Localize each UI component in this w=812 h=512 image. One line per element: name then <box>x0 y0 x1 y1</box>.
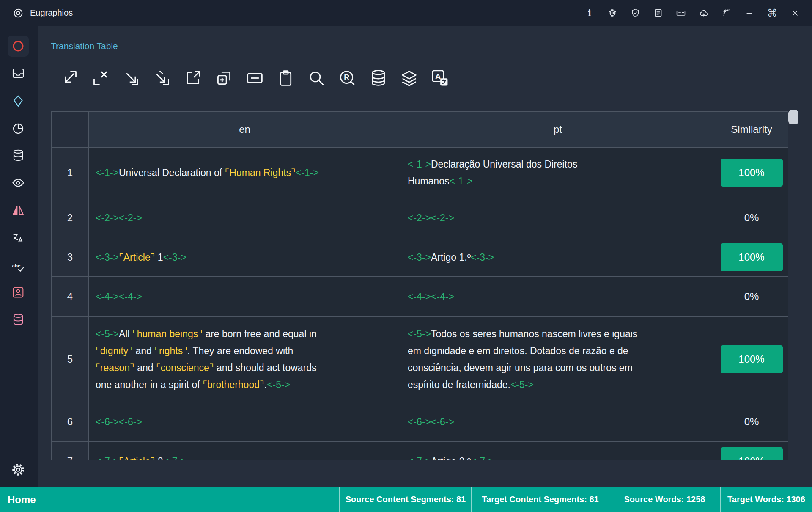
database-icon[interactable] <box>11 148 26 163</box>
minimize-button[interactable] <box>744 8 754 18</box>
regex-search-icon[interactable]: R <box>337 68 357 88</box>
statusbar-stats: Source Content Segments: 81 Target Conte… <box>339 487 812 512</box>
term-highlight: ⌜Article⌝ <box>119 252 155 263</box>
database-alt-icon[interactable] <box>11 312 26 327</box>
target-segment-cell[interactable]: <-6-><-6-> <box>401 402 715 441</box>
clipboard-icon[interactable] <box>276 68 295 88</box>
layers-icon[interactable] <box>399 68 419 88</box>
database-icon[interactable] <box>368 68 388 88</box>
signal-icon[interactable] <box>721 8 732 18</box>
similarity-cell: 0% <box>715 402 788 441</box>
import-target-icon[interactable] <box>121 68 141 88</box>
segment-tag: <-6-><-6-> <box>96 416 142 427</box>
segment-content: <-4-><-4-> <box>408 288 454 305</box>
source-segment-cell[interactable]: <-3->⌜Article⌝ 1<-3-> <box>89 238 401 276</box>
segment-tag: <-5-> <box>267 379 290 390</box>
segment-text: em dignidade e em direitos. Dotados de r… <box>408 345 628 356</box>
source-segment-cell[interactable]: <-6-><-6-> <box>89 402 401 441</box>
target-words-stat: Target Words: 1306 <box>720 487 812 512</box>
source-segment-cell[interactable]: <-1->Universal Declaration of ⌜Human Rig… <box>89 148 401 198</box>
similarity-value: 0% <box>744 291 759 303</box>
target-segment-cell[interactable]: <-4-><-4-> <box>401 277 715 316</box>
segment-tag: <-7-> <box>471 456 494 460</box>
segment-text: 1 <box>155 252 163 263</box>
segment-tag: <-2-><-2-> <box>96 212 142 223</box>
form-icon[interactable] <box>653 8 663 18</box>
target-segment-cell[interactable]: <-5->Todos os seres humanos nascem livre… <box>401 317 715 402</box>
import-segment-icon[interactable] <box>60 68 79 88</box>
row-number-cell[interactable]: 7 <box>52 442 88 460</box>
row-number-cell[interactable]: 2 <box>52 198 88 238</box>
segment-content: <-7->Artigo 2.º<-7-> <box>408 453 494 460</box>
segment-text: Declaração Universal dos Direitos <box>431 159 577 170</box>
cloud-upload-icon[interactable] <box>699 8 709 18</box>
keyboard-icon[interactable] <box>676 8 686 18</box>
segment-text: Artigo 1.º <box>431 252 471 263</box>
corner-header-cell <box>52 112 88 147</box>
segment-text: Artigo 2.º <box>431 456 471 460</box>
source-segment-cell[interactable]: <-5->All ⌜human beings⌝ are born free an… <box>89 317 401 402</box>
translate-tool-icon[interactable]: A <box>430 68 450 88</box>
app-brand: Eugraphios <box>13 8 73 19</box>
spellcheck-icon[interactable]: abc <box>11 259 26 275</box>
translation-table: en pt Similarity 1<-1->Universal Declara… <box>51 111 788 460</box>
translate-icon[interactable] <box>11 231 26 246</box>
command-icon[interactable]: ⌘ <box>767 8 777 18</box>
segment-tag: <-3-> <box>471 252 494 263</box>
shield-check-icon[interactable] <box>630 8 640 18</box>
vertical-scrollbar-thumb[interactable] <box>788 110 798 124</box>
segment-content: <-5->Todos os seres humanos nascem livre… <box>408 325 637 393</box>
inbox-icon[interactable] <box>11 66 26 81</box>
copy-add-icon[interactable] <box>214 68 233 88</box>
term-highlight: ⌜dignity⌝ <box>96 345 133 356</box>
row-number-cell[interactable]: 1 <box>52 148 88 198</box>
info-icon[interactable]: i <box>584 8 595 18</box>
home-status-label: Home <box>0 494 36 506</box>
term-highlight: ⌜conscience⌝ <box>156 362 214 373</box>
target-segment-cell[interactable]: <-7->Artigo 2.º<-7-> <box>401 442 715 460</box>
row-number-cell[interactable]: 3 <box>52 238 88 276</box>
segment-tag: <-5-> <box>510 379 534 390</box>
field-card-icon[interactable] <box>245 68 264 88</box>
main-content: Translation Table <box>38 26 812 487</box>
pie-chart-icon[interactable] <box>11 121 26 136</box>
import-batch-icon[interactable] <box>152 68 172 88</box>
segment-tag: <-1-> <box>296 167 319 178</box>
segment-tag: <-3-> <box>96 252 119 263</box>
row-number-cell[interactable]: 6 <box>52 402 88 441</box>
similarity-badge: 100% <box>721 159 783 187</box>
similarity-value: 0% <box>744 416 759 428</box>
row-number-cell[interactable]: 5 <box>52 317 88 402</box>
segment-content: <-3->Artigo 1.º<-3-> <box>408 249 494 266</box>
titlebar-actions: i <box>584 8 800 18</box>
acrobat-icon[interactable] <box>11 285 26 300</box>
record-icon[interactable] <box>11 39 26 54</box>
clear-segment-icon[interactable] <box>91 68 110 88</box>
segment-text: are born free and equal in <box>203 328 317 339</box>
eye-icon[interactable] <box>11 175 26 190</box>
sidebar: abc <box>0 26 38 487</box>
close-button[interactable] <box>790 8 800 18</box>
segment-tag: <-7-> <box>96 456 119 460</box>
segment-text: Humanos <box>408 176 449 187</box>
segment-tag: <-5-> <box>408 328 431 339</box>
page-title: Translation Table <box>51 41 118 51</box>
segment-text: Todos os seres humanos nascem livres e i… <box>431 328 637 339</box>
search-icon[interactable] <box>307 68 326 88</box>
flip-horizontal-icon[interactable] <box>11 203 26 218</box>
target-segment-cell[interactable]: <-1->Declaração Universal dos DireitosHu… <box>401 148 715 198</box>
export-icon[interactable] <box>183 68 203 88</box>
target-segment-cell[interactable]: <-2-><-2-> <box>401 198 715 238</box>
cpu-icon[interactable] <box>607 8 617 18</box>
similarity-badge: 100% <box>721 243 783 271</box>
source-segment-cell[interactable]: <-7->⌜Article⌝ 2<-7-> <box>89 442 401 460</box>
source-segment-cell[interactable]: <-2-><-2-> <box>89 198 401 238</box>
settings-gear-icon[interactable] <box>11 462 26 477</box>
target-segment-cell[interactable]: <-3->Artigo 1.º<-3-> <box>401 238 715 276</box>
diamond-icon[interactable] <box>11 94 26 109</box>
similarity-cell: 0% <box>715 198 788 238</box>
row-number-cell[interactable]: 4 <box>52 277 88 316</box>
similarity-badge: 100% <box>721 345 783 373</box>
segment-tag: <-4-><-4-> <box>408 291 454 302</box>
source-segment-cell[interactable]: <-4-><-4-> <box>89 277 401 316</box>
